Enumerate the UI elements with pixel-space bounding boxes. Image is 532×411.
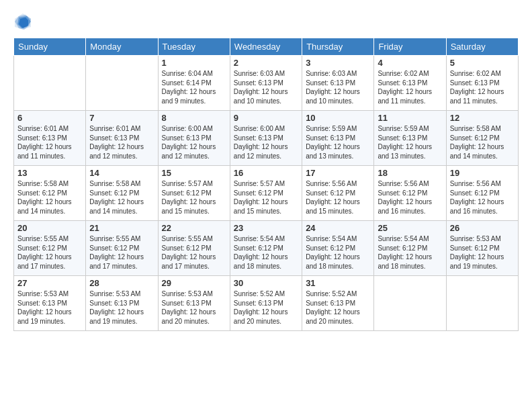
day-info: Sunrise: 5:57 AM Sunset: 6:12 PM Dayligh… bbox=[234, 179, 298, 216]
calendar-cell: 16Sunrise: 5:57 AM Sunset: 6:12 PM Dayli… bbox=[230, 166, 302, 221]
calendar-cell bbox=[14, 56, 86, 111]
day-number: 30 bbox=[234, 278, 298, 288]
day-number: 6 bbox=[17, 113, 82, 123]
day-number: 21 bbox=[89, 223, 154, 233]
calendar-cell: 30Sunrise: 5:52 AM Sunset: 6:13 PM Dayli… bbox=[230, 276, 302, 331]
calendar-cell: 31Sunrise: 5:52 AM Sunset: 6:13 PM Dayli… bbox=[302, 276, 374, 331]
day-number: 25 bbox=[378, 223, 442, 233]
day-info: Sunrise: 5:56 AM Sunset: 6:12 PM Dayligh… bbox=[378, 179, 442, 216]
col-header-saturday: Saturday bbox=[446, 38, 518, 56]
day-number: 23 bbox=[234, 223, 298, 233]
day-number: 15 bbox=[162, 168, 226, 178]
day-number: 9 bbox=[234, 113, 298, 123]
calendar-cell bbox=[86, 56, 158, 111]
day-number: 12 bbox=[450, 113, 515, 123]
calendar-cell: 28Sunrise: 5:53 AM Sunset: 6:13 PM Dayli… bbox=[86, 276, 158, 331]
day-info: Sunrise: 6:03 AM Sunset: 6:13 PM Dayligh… bbox=[306, 69, 370, 105]
day-info: Sunrise: 5:58 AM Sunset: 6:12 PM Dayligh… bbox=[89, 179, 154, 216]
day-number: 29 bbox=[162, 278, 226, 288]
calendar-cell: 24Sunrise: 5:54 AM Sunset: 6:12 PM Dayli… bbox=[302, 221, 374, 276]
calendar-week-0: 1Sunrise: 6:04 AM Sunset: 6:14 PM Daylig… bbox=[14, 56, 519, 111]
calendar-cell: 13Sunrise: 5:58 AM Sunset: 6:12 PM Dayli… bbox=[14, 166, 86, 221]
day-info: Sunrise: 6:02 AM Sunset: 6:13 PM Dayligh… bbox=[450, 69, 515, 105]
day-info: Sunrise: 6:01 AM Sunset: 6:13 PM Dayligh… bbox=[89, 124, 154, 161]
day-info: Sunrise: 5:53 AM Sunset: 6:13 PM Dayligh… bbox=[162, 289, 226, 326]
day-info: Sunrise: 5:59 AM Sunset: 6:13 PM Dayligh… bbox=[306, 124, 370, 161]
day-number: 26 bbox=[450, 223, 515, 233]
day-info: Sunrise: 5:56 AM Sunset: 6:12 PM Dayligh… bbox=[450, 179, 515, 216]
calendar-cell: 23Sunrise: 5:54 AM Sunset: 6:12 PM Dayli… bbox=[230, 221, 302, 276]
day-number: 16 bbox=[234, 168, 298, 178]
day-info: Sunrise: 5:54 AM Sunset: 6:12 PM Dayligh… bbox=[306, 234, 370, 271]
day-number: 31 bbox=[306, 278, 370, 288]
day-info: Sunrise: 5:53 AM Sunset: 6:13 PM Dayligh… bbox=[89, 289, 154, 326]
calendar-week-4: 27Sunrise: 5:53 AM Sunset: 6:13 PM Dayli… bbox=[14, 276, 519, 331]
col-header-sunday: Sunday bbox=[14, 38, 86, 56]
page: SundayMondayTuesdayWednesdayThursdayFrid… bbox=[0, 0, 532, 411]
calendar-cell: 18Sunrise: 5:56 AM Sunset: 6:12 PM Dayli… bbox=[374, 166, 446, 221]
day-number: 1 bbox=[162, 58, 226, 68]
day-info: Sunrise: 6:00 AM Sunset: 6:13 PM Dayligh… bbox=[234, 124, 298, 161]
col-header-friday: Friday bbox=[374, 38, 446, 56]
calendar-cell: 26Sunrise: 5:53 AM Sunset: 6:12 PM Dayli… bbox=[446, 221, 518, 276]
calendar-cell: 3Sunrise: 6:03 AM Sunset: 6:13 PM Daylig… bbox=[302, 56, 374, 111]
calendar-cell: 6Sunrise: 6:01 AM Sunset: 6:13 PM Daylig… bbox=[14, 111, 86, 166]
header bbox=[13, 12, 519, 31]
day-number: 19 bbox=[450, 168, 515, 178]
calendar-cell: 21Sunrise: 5:55 AM Sunset: 6:12 PM Dayli… bbox=[86, 221, 158, 276]
day-info: Sunrise: 5:52 AM Sunset: 6:13 PM Dayligh… bbox=[306, 289, 370, 326]
day-info: Sunrise: 5:56 AM Sunset: 6:12 PM Dayligh… bbox=[306, 179, 370, 216]
col-header-monday: Monday bbox=[86, 38, 158, 56]
calendar-week-1: 6Sunrise: 6:01 AM Sunset: 6:13 PM Daylig… bbox=[14, 111, 519, 166]
calendar-cell: 7Sunrise: 6:01 AM Sunset: 6:13 PM Daylig… bbox=[86, 111, 158, 166]
day-number: 27 bbox=[17, 278, 82, 288]
calendar-cell: 12Sunrise: 5:58 AM Sunset: 6:12 PM Dayli… bbox=[446, 111, 518, 166]
day-info: Sunrise: 5:54 AM Sunset: 6:12 PM Dayligh… bbox=[234, 234, 298, 271]
calendar-cell: 15Sunrise: 5:57 AM Sunset: 6:12 PM Dayli… bbox=[158, 166, 230, 221]
day-info: Sunrise: 5:52 AM Sunset: 6:13 PM Dayligh… bbox=[234, 289, 298, 326]
calendar-cell: 11Sunrise: 5:59 AM Sunset: 6:13 PM Dayli… bbox=[374, 111, 446, 166]
day-number: 2 bbox=[234, 58, 298, 68]
day-number: 5 bbox=[450, 58, 515, 68]
calendar-cell: 22Sunrise: 5:55 AM Sunset: 6:12 PM Dayli… bbox=[158, 221, 230, 276]
calendar-cell: 5Sunrise: 6:02 AM Sunset: 6:13 PM Daylig… bbox=[446, 56, 518, 111]
logo-icon bbox=[13, 12, 32, 31]
day-number: 7 bbox=[89, 113, 154, 123]
day-info: Sunrise: 5:55 AM Sunset: 6:12 PM Dayligh… bbox=[17, 234, 82, 271]
day-info: Sunrise: 5:58 AM Sunset: 6:12 PM Dayligh… bbox=[450, 124, 515, 161]
calendar-week-3: 20Sunrise: 5:55 AM Sunset: 6:12 PM Dayli… bbox=[14, 221, 519, 276]
day-number: 3 bbox=[306, 58, 370, 68]
calendar-cell: 4Sunrise: 6:02 AM Sunset: 6:13 PM Daylig… bbox=[374, 56, 446, 111]
day-info: Sunrise: 5:55 AM Sunset: 6:12 PM Dayligh… bbox=[89, 234, 154, 271]
day-number: 22 bbox=[162, 223, 226, 233]
day-info: Sunrise: 6:03 AM Sunset: 6:13 PM Dayligh… bbox=[234, 69, 298, 105]
day-number: 28 bbox=[89, 278, 154, 288]
day-number: 17 bbox=[306, 168, 370, 178]
calendar-cell: 27Sunrise: 5:53 AM Sunset: 6:13 PM Dayli… bbox=[14, 276, 86, 331]
day-info: Sunrise: 5:53 AM Sunset: 6:12 PM Dayligh… bbox=[450, 234, 515, 271]
day-number: 4 bbox=[378, 58, 442, 68]
day-number: 20 bbox=[17, 223, 82, 233]
calendar-cell: 29Sunrise: 5:53 AM Sunset: 6:13 PM Dayli… bbox=[158, 276, 230, 331]
day-number: 11 bbox=[378, 113, 442, 123]
day-number: 18 bbox=[378, 168, 442, 178]
calendar-table: SundayMondayTuesdayWednesdayThursdayFrid… bbox=[13, 38, 519, 331]
day-number: 8 bbox=[162, 113, 226, 123]
col-header-thursday: Thursday bbox=[302, 38, 374, 56]
col-header-tuesday: Tuesday bbox=[158, 38, 230, 56]
calendar-cell: 25Sunrise: 5:54 AM Sunset: 6:12 PM Dayli… bbox=[374, 221, 446, 276]
day-number: 14 bbox=[89, 168, 154, 178]
day-info: Sunrise: 5:59 AM Sunset: 6:13 PM Dayligh… bbox=[378, 124, 442, 161]
day-info: Sunrise: 5:55 AM Sunset: 6:12 PM Dayligh… bbox=[162, 234, 226, 271]
calendar-cell: 1Sunrise: 6:04 AM Sunset: 6:14 PM Daylig… bbox=[158, 56, 230, 111]
calendar-cell: 9Sunrise: 6:00 AM Sunset: 6:13 PM Daylig… bbox=[230, 111, 302, 166]
day-info: Sunrise: 5:53 AM Sunset: 6:13 PM Dayligh… bbox=[17, 289, 82, 326]
calendar-cell: 2Sunrise: 6:03 AM Sunset: 6:13 PM Daylig… bbox=[230, 56, 302, 111]
calendar-cell: 10Sunrise: 5:59 AM Sunset: 6:13 PM Dayli… bbox=[302, 111, 374, 166]
day-info: Sunrise: 5:58 AM Sunset: 6:12 PM Dayligh… bbox=[17, 179, 82, 216]
day-number: 13 bbox=[17, 168, 82, 178]
day-info: Sunrise: 5:57 AM Sunset: 6:12 PM Dayligh… bbox=[162, 179, 226, 216]
day-info: Sunrise: 6:04 AM Sunset: 6:14 PM Dayligh… bbox=[162, 69, 226, 105]
day-number: 10 bbox=[306, 113, 370, 123]
day-number: 24 bbox=[306, 223, 370, 233]
